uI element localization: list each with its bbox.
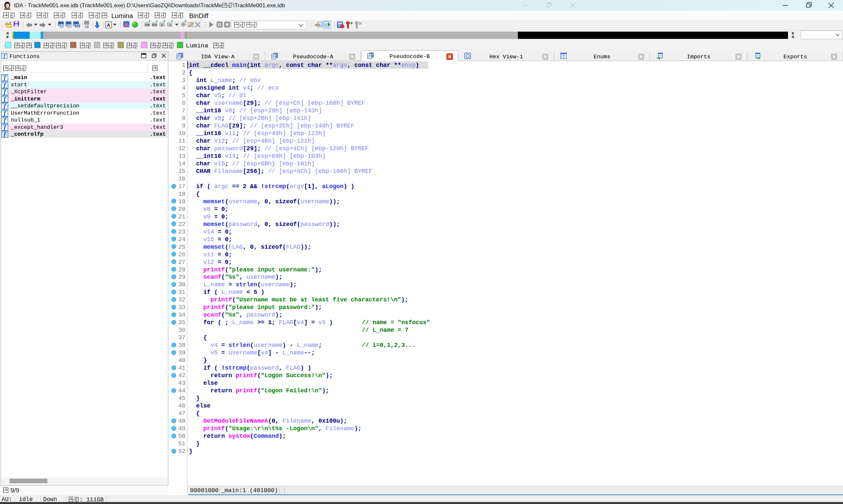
svg-text:#: #	[61, 24, 63, 28]
svg-text:!: !	[126, 23, 127, 26]
svg-text:A: A	[107, 22, 110, 28]
svg-text:'s: 's	[168, 23, 171, 26]
svg-text:C: C	[325, 23, 327, 27]
svg-text:A: A	[161, 23, 163, 27]
svg-text:101: 101	[75, 24, 80, 28]
svg-text:DATA: DATA	[152, 24, 157, 26]
svg-text:T: T	[69, 24, 71, 28]
svg-text:CODE: CODE	[145, 24, 150, 26]
